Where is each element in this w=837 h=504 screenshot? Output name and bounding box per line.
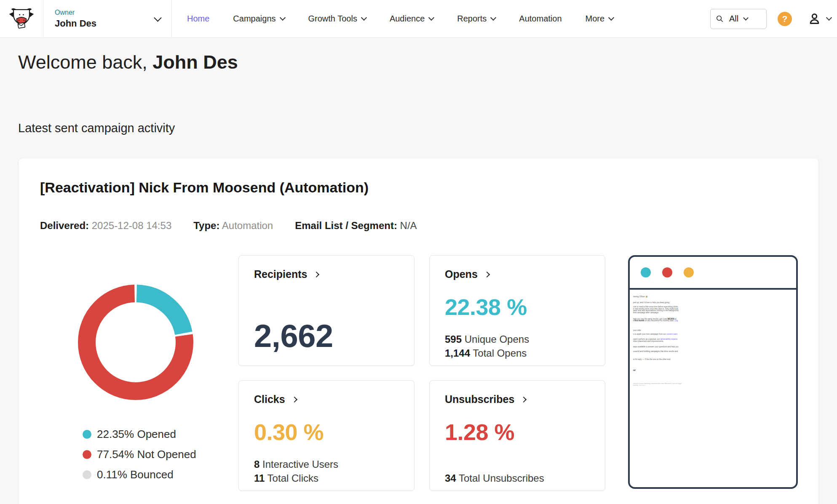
- nav-audience-label: Audience: [390, 14, 425, 24]
- campaign-title: [Reactivation] Nick From Moosend (Automa…: [40, 179, 369, 196]
- email-preview-line: ways available to answer your questions …: [633, 346, 797, 348]
- legend-dot: [83, 450, 91, 459]
- nav-more[interactable]: More: [586, 14, 614, 24]
- legend-item-opened: 22.35% Opened: [83, 428, 196, 441]
- campaign-meta-row: Delivered: 2025-12-08 14:53 Type: Automa…: [40, 220, 417, 232]
- section-title: Latest sent campaign activity: [18, 121, 175, 135]
- search-scope-select[interactable]: All: [729, 14, 738, 24]
- opens-detail-lines: 595 Unique Opens 1,144 Total Opens: [445, 332, 590, 360]
- unique-opens-count: 595: [445, 333, 462, 345]
- total-unsubscribes-line: 34 Total Unsubscribes: [445, 471, 590, 485]
- stat-big-clicks: 0.30 %: [254, 421, 399, 443]
- legend-dot: [83, 470, 91, 479]
- nav-automation[interactable]: Automation: [519, 14, 562, 24]
- email-preview-line: rketing Officer 🎉: [633, 296, 797, 298]
- nav-campaigns[interactable]: Campaigns: [233, 14, 284, 24]
- chevron-down-icon: [826, 15, 832, 21]
- nav-campaigns-label: Campaigns: [233, 14, 275, 24]
- main-nav: Home Campaigns Growth Tools Audience Rep…: [187, 14, 613, 24]
- moosend-logo[interactable]: [0, 0, 43, 37]
- search-icon: [716, 15, 724, 23]
- nav-reports[interactable]: Reports: [457, 14, 495, 24]
- chevron-down-icon: [428, 15, 434, 21]
- meta-type-label: Type:: [193, 220, 219, 231]
- chevron-right-icon: [521, 396, 527, 402]
- total-clicks-count: 11: [254, 472, 265, 484]
- stat-card-opens: Opens 22.38 % 595 Unique Opens 1,144 Tot…: [429, 255, 605, 366]
- window-dot-2: [684, 267, 694, 277]
- unsubscribes-header-link[interactable]: Unsubscribes: [445, 393, 590, 405]
- stat-card-clicks: Clicks 0.30 % 8 Interactive Users 11 Tot…: [238, 380, 414, 491]
- recipients-header-link[interactable]: Recipients: [254, 268, 399, 280]
- opens-donut-chart: [77, 283, 195, 401]
- legend-label: 77.54% Not Opened: [97, 448, 196, 461]
- moosend-cow-icon: [8, 7, 35, 31]
- legend-item-bounced: 0.11% Bounced: [83, 468, 196, 481]
- meta-type-value: Automation: [222, 220, 273, 231]
- meta-email-list-label: Email List / Segment:: [295, 220, 397, 231]
- email-preview-thumbnail[interactable]: rketing Officer 🎉ped up, and I'd love to…: [628, 255, 798, 489]
- nav-automation-label: Automation: [519, 14, 562, 24]
- campaign-activity-card: [Reactivation] Nick From Moosend (Automa…: [18, 158, 819, 504]
- email-preview-line: oosend, click here.: [633, 384, 797, 386]
- email-preview-line: nd: [633, 369, 797, 371]
- interactive-users-line: 8 Interactive Users: [254, 457, 399, 471]
- account-switcher[interactable]: Owner John Des: [43, 0, 172, 37]
- chevron-down-icon: [743, 15, 749, 21]
- meta-email-list-value: N/A: [400, 220, 417, 231]
- email-preview-line: limb campaign after campaign.: [633, 312, 797, 314]
- nav-growth-tools[interactable]: Growth Tools: [308, 14, 366, 24]
- total-opens-count: 1,144: [445, 347, 470, 359]
- total-opens-text: Total Opens: [470, 347, 527, 359]
- stat-big-opens: 22.38 %: [445, 296, 590, 318]
- email-preview-line: oosend and building campaigns that drive…: [633, 350, 797, 352]
- email-preview-line: ped up, and I'd love to help you keep go…: [633, 301, 797, 304]
- nav-audience[interactable]: Audience: [390, 14, 433, 24]
- opens-header-link[interactable]: Opens: [445, 268, 590, 280]
- total-clicks-text: Total Clicks: [265, 472, 318, 484]
- interactive-users-count: 8: [254, 459, 259, 470]
- window-dot-1: [662, 267, 672, 277]
- stat-card-recipients: Recipients 2,662: [238, 255, 414, 366]
- email-preview-content: rketing Officer 🎉ped up, and I'd love to…: [633, 296, 797, 386]
- email-preview-line: s to spark your next campaign from our c…: [633, 333, 797, 336]
- chevron-down-icon: [154, 14, 161, 21]
- meta-delivered-label: Delivered:: [40, 220, 89, 231]
- clicks-detail-lines: 8 Interactive Users 11 Total Clicks: [254, 457, 399, 485]
- meta-delivered-value: 2025-12-08 14:53: [92, 220, 172, 231]
- search-box[interactable]: All: [710, 9, 767, 29]
- nav-reports-label: Reports: [457, 14, 487, 24]
- chevron-right-icon: [291, 396, 297, 402]
- welcome-user-name: John Des: [152, 51, 238, 73]
- meta-email-list: Email List / Segment: N/A: [295, 220, 417, 232]
- email-preview-line: r first month on any Moosend Pro monthly…: [633, 320, 797, 322]
- unique-opens-text: Unique Opens: [462, 333, 529, 345]
- total-clicks-line: 11 Total Clicks: [254, 471, 399, 485]
- help-question-mark: ?: [782, 14, 788, 24]
- opens-label: Opens: [445, 268, 478, 280]
- legend-label: 22.35% Opened: [97, 428, 176, 441]
- total-opens-line: 1,144 Total Opens: [445, 346, 590, 360]
- email-preview-line: your side:: [633, 330, 797, 332]
- help-button[interactable]: ?: [778, 12, 792, 26]
- chevron-right-icon: [313, 271, 319, 277]
- unsubscribes-label: Unsubscribes: [445, 393, 514, 405]
- header-right-controls: All ?: [710, 9, 837, 29]
- legend-dot: [83, 430, 91, 439]
- nav-home[interactable]: Home: [187, 14, 209, 24]
- chevron-down-icon: [490, 15, 496, 21]
- unique-opens-line: 595 Unique Opens: [445, 332, 590, 346]
- profile-menu[interactable]: [808, 12, 831, 25]
- stats-grid: Recipients 2,662 Opens 22.38 % 595 Uniqu…: [238, 255, 605, 491]
- clicks-header-link[interactable]: Clicks: [254, 393, 399, 405]
- top-nav-bar: Owner John Des Home Campaigns Growth Too…: [0, 0, 837, 38]
- total-unsubscribes-text: Total Unsubscribes: [456, 472, 544, 484]
- user-icon: [808, 12, 821, 25]
- meta-delivered: Delivered: 2025-12-08 14:53: [40, 220, 171, 232]
- chevron-right-icon: [484, 271, 490, 277]
- welcome-prefix: Welcome back,: [18, 51, 152, 73]
- preview-window-dots: [630, 257, 796, 290]
- nav-growth-tools-label: Growth Tools: [308, 14, 357, 24]
- window-dot-0: [641, 267, 651, 277]
- unsubscribes-detail-lines: 34 Total Unsubscribes: [445, 471, 590, 485]
